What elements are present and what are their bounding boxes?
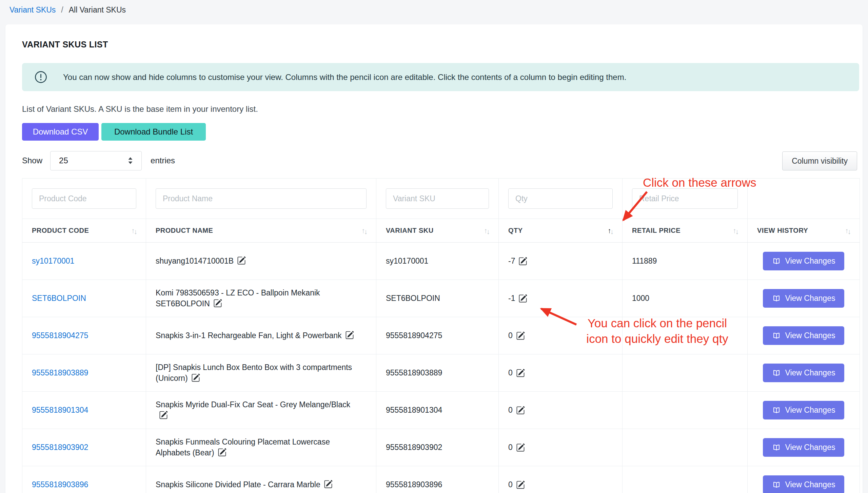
view-changes-label: View Changes [785,406,835,415]
retail-price-value: 111889 [632,256,657,265]
column-header-retail-price[interactable]: RETAIL PRICE↑↓ [623,219,748,243]
filter-input-qty[interactable] [508,188,613,209]
edit-pencil-icon[interactable] [191,373,200,382]
column-header-variant-sku[interactable]: VARIANT SKU↑↓ [376,219,499,243]
product-code-cell: 9555818903902 [22,429,146,466]
qty-cell[interactable]: 0 [499,317,623,354]
edit-pencil-icon[interactable] [218,448,226,457]
download-bundle-list-button[interactable]: Download Bundle List [101,123,206,141]
download-csv-button[interactable]: Download CSV [22,123,99,141]
retail-price-cell [623,429,748,466]
column-header-label: PRODUCT CODE [32,227,89,234]
product-code-link[interactable]: SET6BOLPOIN [32,294,86,303]
sort-arrows-icon[interactable]: ↑↓ [733,227,740,234]
sort-arrows-icon[interactable]: ↑↓ [845,227,852,234]
product-code-cell: 9555818901304 [22,392,146,429]
product-code-cell: SET6BOLPOIN [22,280,146,317]
column-header-label: PRODUCT NAME [156,227,213,234]
edit-pencil-icon[interactable] [516,406,525,415]
filter-row [22,179,860,219]
qty-value: 0 [508,368,513,377]
table-row: 9555818901304Snapkis Myride Dual-Fix Car… [22,392,860,429]
product-code-link[interactable]: 9555818903889 [32,368,88,377]
open-book-icon [772,332,781,340]
filter-input-retail-price[interactable] [632,188,738,209]
table-row: SET6BOLPOINKomi 7983506593 - LZ ECO - Ba… [22,280,860,317]
product-name-cell[interactable]: shuyang1014710001B [146,243,376,280]
edit-pencil-icon[interactable] [345,331,354,340]
column-header-label: RETAIL PRICE [632,227,680,234]
sort-arrows-icon[interactable]: ↑↓ [361,227,369,234]
qty-cell[interactable]: 0 [499,429,623,466]
product-code-link[interactable]: 9555818904275 [32,331,88,340]
edit-pencil-icon[interactable] [516,331,525,340]
retail-price-cell [623,466,748,493]
entries-length-select[interactable]: 25 [50,151,142,170]
view-changes-label: View Changes [785,294,835,303]
retail-price-value: 1000 [632,294,649,303]
column-header-product-name[interactable]: PRODUCT NAME↑↓ [146,219,376,243]
product-code-link[interactable]: 9555818901304 [32,406,88,414]
variant-sku-cell: sy10170001 [376,243,499,280]
variant-skus-table: PRODUCT CODE↑↓PRODUCT NAME↑↓VARIANT SKU↑… [22,178,860,493]
qty-cell[interactable]: 0 [499,466,623,493]
open-book-icon [772,481,781,489]
show-label: Show [22,156,42,165]
qty-cell[interactable]: 0 [499,392,623,429]
view-changes-button[interactable]: View Changes [763,252,845,270]
view-history-cell: View Changes [748,466,860,493]
qty-cell[interactable]: -1 [499,280,623,317]
sort-arrows-icon[interactable]: ↑↓ [131,227,138,234]
info-banner: You can now show and hide columns to cus… [22,63,859,91]
product-code-link[interactable]: 9555818903902 [32,443,88,452]
view-changes-button[interactable]: View Changes [763,289,845,308]
edit-pencil-icon[interactable] [237,256,246,265]
product-name-cell[interactable]: Snapkis Myride Dual-Fix Car Seat - Grey … [146,392,376,429]
sort-arrows-icon[interactable]: ↑↓ [608,227,615,234]
qty-value: 0 [508,406,513,415]
view-changes-button[interactable]: View Changes [763,475,845,493]
filter-input-product-code[interactable] [32,188,136,209]
product-code-link[interactable]: 9555818903896 [32,480,88,489]
edit-pencil-icon[interactable] [516,369,525,377]
product-name-text: shuyang1014710001B [156,256,234,265]
edit-pencil-icon[interactable] [324,480,333,489]
variant-sku-text: 9555818901304 [386,406,442,414]
edit-pencil-icon[interactable] [213,299,222,308]
table-row: 9555818904275Snapkis 3-in-1 Rechargeable… [22,317,860,354]
edit-pencil-icon[interactable] [159,411,168,419]
view-changes-button[interactable]: View Changes [763,401,845,419]
variant-sku-cell: 9555818903896 [376,466,499,493]
column-header-product-code[interactable]: PRODUCT CODE↑↓ [22,219,146,243]
variant-sku-text: 9555818903902 [386,443,442,452]
edit-pencil-icon[interactable] [518,257,527,266]
breadcrumb-link-variant-skus[interactable]: Variant SKUs [9,5,56,15]
edit-pencil-icon[interactable] [516,443,525,452]
column-header-label: QTY [508,227,523,234]
product-name-cell[interactable]: [DP] Snapkis Lunch Box Bento Box with 3 … [146,354,376,392]
qty-cell[interactable]: -7 [499,243,623,280]
product-name-cell[interactable]: Snapkis 3-in-1 Rechargeable Fan, Light &… [146,317,376,354]
filter-cell [623,179,748,219]
edit-pencil-icon[interactable] [518,294,527,303]
qty-value: 0 [508,443,513,452]
column-header-qty[interactable]: QTY↑↓ [499,219,623,243]
filter-cell [748,179,860,219]
view-history-cell: View Changes [748,317,860,354]
column-visibility-button[interactable]: Column visibility [782,151,857,170]
edit-pencil-icon[interactable] [516,480,525,489]
filter-input-variant-sku[interactable] [386,188,489,209]
view-changes-button[interactable]: View Changes [763,364,845,382]
product-code-link[interactable]: sy10170001 [32,256,74,265]
qty-cell[interactable]: 0 [499,354,623,392]
product-name-cell[interactable]: Komi 7983506593 - LZ ECO - Ballpoin Meka… [146,280,376,317]
sort-arrows-icon[interactable]: ↑↓ [484,227,491,234]
variant-sku-text: sy10170001 [386,256,428,265]
view-changes-button[interactable]: View Changes [763,326,845,345]
column-header-view-history[interactable]: VIEW HISTORY↑↓ [748,219,860,243]
product-name-cell[interactable]: Snapkis Silicone Divided Plate - Carrara… [146,466,376,493]
view-changes-button[interactable]: View Changes [763,438,845,457]
product-name-cell[interactable]: Snapkis Funmeals Colouring Placemat Lowe… [146,429,376,466]
product-name-text: Snapkis Myride Dual-Fix Car Seat - Grey … [156,400,350,409]
filter-input-product-name[interactable] [156,188,367,209]
